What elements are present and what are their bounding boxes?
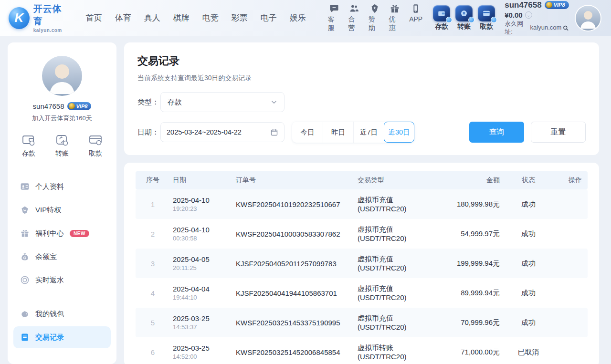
row-amount: 89,999.94元 [421, 289, 500, 298]
nav-chess[interactable]: 棋牌 [173, 12, 190, 23]
date-range-picker[interactable] [160, 122, 284, 142]
date-label: 日期： [137, 128, 160, 137]
withdraw-icon [478, 5, 495, 21]
row-order-number: KWSF202503251453375190995 [236, 319, 358, 327]
customer-service-button[interactable]: 客服 [328, 3, 340, 32]
sidebar-item-wallet[interactable]: 我的钱包 [8, 303, 116, 325]
header-date: 日期 [164, 176, 236, 185]
header-amount: 金额 [421, 176, 500, 185]
user-avatar[interactable] [576, 6, 600, 31]
profile-avatar[interactable] [42, 56, 82, 96]
header-index: 序号 [141, 176, 164, 185]
row-index: 3 [141, 260, 164, 268]
table-row: 5 2025-03-2514:53:37 KWSF202503251453375… [136, 308, 588, 337]
row-time: 14:52:00 [173, 353, 236, 360]
deposit-badge [446, 17, 452, 23]
sidebar-item-welfare[interactable]: 福利中心 NEW [8, 222, 116, 244]
transfer-badge [468, 17, 474, 23]
row-amount: 54,999.97元 [421, 229, 500, 239]
new-badge: NEW [70, 230, 89, 237]
sidebar-quick-actions: 存款 转账 取款 [8, 134, 116, 158]
withdraw-badge [491, 17, 497, 23]
sponsorship-button[interactable]: 赞助 [369, 3, 381, 32]
gift-icon [390, 3, 400, 14]
range-yesterday-button[interactable]: 昨日 [323, 122, 353, 143]
nav-esports[interactable]: 电竞 [202, 12, 219, 23]
row-date: 2025-03-25 [173, 314, 236, 322]
nav-lottery[interactable]: 彩票 [232, 12, 248, 23]
piggy-bank-icon [20, 309, 30, 319]
nav-slots[interactable]: 电子 [261, 12, 277, 23]
brand-name: 开云体育 [33, 3, 70, 28]
search-button[interactable]: 查询 [469, 122, 524, 143]
row-status: 成功 [500, 289, 557, 298]
vip-badge: VIP8 [545, 1, 569, 9]
vip-shield-icon [546, 2, 552, 8]
nav-home[interactable]: 首页 [86, 12, 102, 23]
nav-sports[interactable]: 体育 [115, 12, 131, 23]
row-order-number: KWSF202504100030583307862 [236, 230, 358, 238]
promotions-button[interactable]: 优惠 [389, 3, 401, 32]
row-time: 20:11:25 [173, 264, 236, 271]
type-label: 类型： [137, 98, 160, 107]
page-subtitle: 当前系统支持查询最近30日的交易记录 [137, 74, 586, 83]
id-card-icon [20, 182, 30, 191]
topbar-utility-icons: 客服 合营 赞助 优惠 APP [328, 3, 422, 32]
profile-vip-shield-icon [69, 103, 75, 109]
row-status: 成功 [500, 259, 557, 268]
row-status: 成功 [500, 229, 557, 239]
main-nav: 首页 体育 真人 棋牌 电竞 彩票 电子 娱乐 [86, 12, 306, 23]
row-transaction-type: 虚拟币充值 (USDT/TRC20) [358, 196, 421, 213]
row-transaction-type: 虚拟币充值 (USDT/TRC20) [358, 284, 421, 302]
sidebar-item-rebate[interactable]: 实时返水 [8, 269, 116, 291]
date-range-quick-group: 今日 昨日 近7日 近30日 [292, 122, 414, 143]
brand-logo[interactable]: K 开云体育 kaiyun.com [9, 3, 70, 33]
row-amount: 70,999.96元 [421, 318, 500, 327]
sidebar-deposit-button[interactable]: 存款 [22, 134, 35, 158]
row-transaction-type: 虚拟币转账 (USDT/TRC20) [358, 343, 421, 361]
refresh-balance-icon[interactable]: ⌄ [525, 11, 532, 19]
sidebar-menu: 个人资料 VIP特权 福利中心 NEW 余额宝 实时返水 我 [8, 174, 116, 350]
app-download-button[interactable]: APP [409, 3, 422, 32]
row-time: 00:30:58 [173, 235, 236, 242]
sidebar-item-transactions[interactable]: 交易记录 [13, 326, 111, 348]
sidebar-transfer-button[interactable]: 转账 [55, 134, 69, 158]
row-status: 已取消 [500, 348, 557, 357]
table-row: 6 2025-03-2514:52:00 KWSF202503251452006… [136, 337, 588, 364]
sidebar-item-vip[interactable]: VIP特权 [8, 199, 116, 221]
sidebar-withdraw-button[interactable]: 取款 [89, 134, 102, 158]
table-row: 4 2025-04-0419:44:10 KJSF202504041944105… [136, 278, 588, 308]
transfer-button[interactable]: 转账 [455, 5, 473, 31]
chevron-down-icon [271, 99, 277, 105]
row-index: 6 [141, 348, 164, 356]
header-status: 状态 [500, 176, 557, 185]
type-select[interactable]: 存款 [160, 92, 284, 112]
wallet-quick-actions: 存款 转账 取款 [433, 5, 495, 31]
row-index: 4 [141, 289, 164, 297]
sidebar-divider [18, 297, 106, 297]
money-bag-icon [20, 252, 30, 261]
range-30days-button[interactable]: 近30日 [384, 122, 414, 143]
smartphone-icon [411, 3, 421, 14]
row-time: 19:44:10 [173, 294, 236, 301]
partnership-button[interactable]: 合营 [348, 3, 360, 32]
transaction-record-icon [20, 333, 30, 342]
range-7days-button[interactable]: 近7日 [353, 122, 384, 143]
range-today-button[interactable]: 今日 [292, 122, 323, 143]
nav-live[interactable]: 真人 [144, 12, 160, 23]
withdraw-button[interactable]: 取款 [478, 5, 495, 31]
permanent-url: kaiyun.com [530, 24, 562, 31]
table-header: 序号 日期 订单号 交易类型 金额 状态 操作 [136, 171, 588, 189]
reset-button[interactable]: 重置 [531, 122, 586, 143]
deposit-button[interactable]: 存款 [433, 5, 450, 31]
username: sun47658 [505, 0, 542, 10]
calendar-icon [270, 128, 278, 136]
date-range-input[interactable] [167, 128, 266, 136]
vip-diamond-icon [20, 205, 30, 215]
sidebar-item-yuebao[interactable]: 余额宝 [8, 246, 116, 268]
search-icon[interactable] [563, 25, 569, 31]
row-status: 成功 [500, 318, 557, 327]
nav-entertainment[interactable]: 娱乐 [290, 12, 306, 23]
row-amount: 180,999.98元 [421, 200, 500, 209]
sidebar-item-profile[interactable]: 个人资料 [8, 176, 116, 198]
